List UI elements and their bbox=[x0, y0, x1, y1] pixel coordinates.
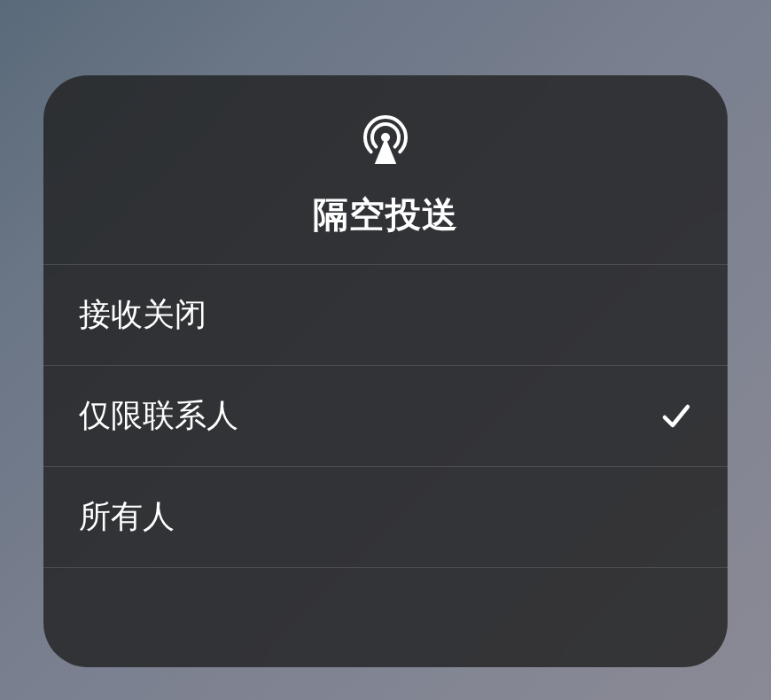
option-label: 接收关闭 bbox=[79, 293, 206, 337]
options-list: 接收关闭 仅限联系人 所有人 bbox=[43, 265, 728, 568]
checkmark-icon bbox=[660, 401, 692, 432]
option-label: 仅限联系人 bbox=[79, 394, 238, 438]
option-contacts-only[interactable]: 仅限联系人 bbox=[43, 366, 728, 467]
option-receiving-off[interactable]: 接收关闭 bbox=[43, 265, 728, 366]
airdrop-panel: 隔空投送 接收关闭 仅限联系人 所有人 bbox=[43, 75, 728, 667]
option-everyone[interactable]: 所有人 bbox=[43, 467, 728, 568]
panel-header: 隔空投送 bbox=[43, 75, 728, 265]
airdrop-icon bbox=[359, 111, 412, 164]
panel-title: 隔空投送 bbox=[313, 191, 458, 239]
option-label: 所有人 bbox=[79, 495, 175, 539]
